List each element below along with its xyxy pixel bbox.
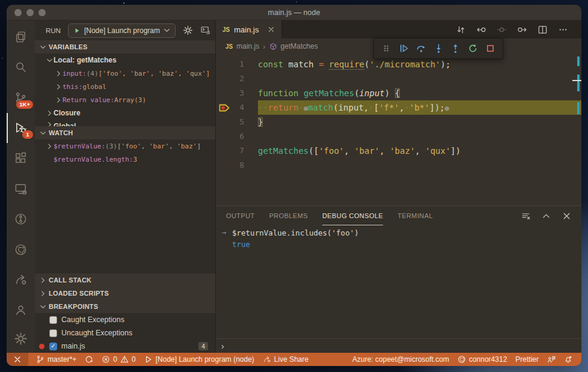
panel-tab-problems[interactable]: PROBLEMS <box>269 206 308 225</box>
start-debug-icon[interactable] <box>74 28 80 34</box>
run-bar: RUN [Node] Launch program <box>35 20 215 40</box>
variables-tree: Local: getMatchesinput: (4) ['foo', 'bar… <box>35 53 215 126</box>
debug-console-icon[interactable] <box>200 25 210 35</box>
activity-item-accounts[interactable] <box>7 295 35 324</box>
breadcrumb-symbol[interactable]: getMatches <box>281 42 318 50</box>
breakpoint-row[interactable]: Caught Exceptions <box>35 313 215 326</box>
tab-main-js[interactable]: JS main.js <box>216 20 282 38</box>
activity-item-source-control[interactable]: 1K+ <box>7 82 35 113</box>
debug-console-input[interactable]: › <box>216 338 581 353</box>
breakpoints-section-header[interactable]: BREAKPOINTS <box>35 300 215 313</box>
watch-section-header[interactable]: WATCH <box>35 126 215 139</box>
variable-row[interactable]: Local: getMatches <box>35 53 215 67</box>
split-editor-icon[interactable] <box>537 25 548 35</box>
live-share-icon <box>14 273 28 287</box>
status-bar: master*+00[Node] Launch program (node)Li… <box>7 353 581 366</box>
close-tab-icon[interactable] <box>268 26 275 33</box>
line-gutter[interactable]: 7 <box>216 144 258 158</box>
more-icon[interactable] <box>558 25 568 35</box>
overview-ruler-mark <box>577 56 580 66</box>
variable-row[interactable]: Global <box>35 120 215 126</box>
status-item-feedback[interactable] <box>543 353 560 366</box>
line-gutter[interactable]: 4 <box>216 100 258 115</box>
title-bar[interactable]: main.js — node <box>7 5 581 20</box>
git-branch-icon <box>36 355 44 364</box>
status-item-text: Live Share <box>274 355 308 364</box>
line-content <box>258 129 581 144</box>
chevron-up-icon[interactable] <box>542 212 551 221</box>
status-item-git-branch[interactable]: master*+ <box>32 353 81 366</box>
status-item-remote-indicator[interactable] <box>7 353 28 366</box>
line-gutter[interactable]: 3 <box>216 86 258 100</box>
step-over-button[interactable] <box>416 43 426 53</box>
compare-changes-icon[interactable] <box>456 25 466 35</box>
activity-item-github[interactable] <box>7 234 35 265</box>
status-item-live-share[interactable]: Live Share <box>259 353 313 366</box>
code-editor[interactable]: 1const match = require('./micromatch');2… <box>216 54 581 206</box>
close-window-button[interactable] <box>14 9 22 16</box>
activity-item-run-and-debug[interactable]: 1 <box>7 113 35 144</box>
status-item-debug-launch[interactable]: [Node] Launch program (node) <box>140 353 259 366</box>
line-gutter[interactable]: 2 <box>216 72 258 86</box>
activity-item-settings[interactable] <box>7 324 35 353</box>
status-item-text: master*+ <box>47 355 76 364</box>
checkbox-unchecked[interactable] <box>49 316 57 324</box>
launch-config-dropdown[interactable]: [Node] Launch program <box>68 23 176 38</box>
zoom-window-button[interactable] <box>38 9 46 16</box>
sidebar-spacer <box>35 166 215 273</box>
variables-section-header[interactable]: VARIABLES <box>35 40 215 53</box>
activity-item-gitlens[interactable] <box>7 204 35 234</box>
next-change-icon[interactable] <box>517 25 527 35</box>
variable-row[interactable]: Return value: Array(3) <box>35 93 215 106</box>
line-gutter[interactable]: 6 <box>216 129 258 144</box>
settings-gear-icon[interactable] <box>183 25 193 35</box>
close-icon[interactable] <box>562 212 571 221</box>
chevron-right-icon <box>39 291 46 296</box>
clear-console-icon[interactable] <box>521 212 530 221</box>
breakpoint-row[interactable]: ✓main.js4 <box>35 340 215 353</box>
panel-tab-terminal[interactable]: TERMINAL <box>397 206 433 225</box>
variable-row[interactable]: input: (4) ['foo', 'bar', 'baz', 'qux'] <box>35 67 215 80</box>
breakpoint-dot-icon <box>39 344 44 349</box>
checkbox-checked[interactable]: ✓ <box>49 343 57 350</box>
status-item-problems[interactable]: 00 <box>97 353 139 366</box>
panel-tab-debug-console[interactable]: DEBUG CONSOLE <box>322 206 383 225</box>
scrollbar-slider[interactable] <box>572 80 581 81</box>
activity-item-search[interactable] <box>7 52 35 83</box>
variable-row[interactable]: this: global <box>35 80 215 93</box>
checkbox-unchecked[interactable] <box>49 329 57 337</box>
status-item-sync[interactable] <box>81 353 97 366</box>
step-into-button[interactable] <box>433 43 444 53</box>
status-item-azure-account[interactable]: Azure: copeet@microsoft.com <box>348 353 453 366</box>
call-stack-section-header[interactable]: CALL STACK <box>35 273 215 287</box>
stop-button[interactable] <box>485 43 495 53</box>
loaded-scripts-section-header[interactable]: LOADED SCRIPTS <box>35 287 215 300</box>
breadcrumb-file[interactable]: main.js <box>236 42 259 50</box>
watch-expression-row[interactable]: $returnValue: (3) ['foo', 'bar', 'baz'] <box>35 139 215 153</box>
restart-button[interactable] <box>468 43 478 53</box>
activity-item-extensions[interactable] <box>7 143 35 174</box>
line-gutter[interactable]: 8 <box>216 158 258 172</box>
line-gutter[interactable]: 5 <box>216 115 258 129</box>
chevron-right-icon <box>45 144 54 149</box>
variable-row[interactable]: Closure <box>35 106 215 120</box>
current-change-icon[interactable] <box>497 25 507 35</box>
status-item-notifications[interactable] <box>560 353 577 366</box>
chevron-right-icon <box>54 84 63 90</box>
activity-item-remote-explorer[interactable] <box>7 174 35 204</box>
activity-item-explorer[interactable] <box>7 22 35 52</box>
previous-change-icon[interactable] <box>476 25 486 35</box>
status-item-github-account[interactable]: connor4312 <box>453 353 511 366</box>
watch-expression-row[interactable]: $returnValue.length: 3 <box>35 153 215 166</box>
breakpoint-row[interactable]: Uncaught Exceptions <box>35 326 215 340</box>
minimize-window-button[interactable] <box>26 9 34 16</box>
line-content <box>258 72 581 86</box>
status-item-prettier[interactable]: Prettier <box>511 353 543 366</box>
step-out-button[interactable] <box>450 43 461 53</box>
line-gutter[interactable]: 1 <box>216 57 258 72</box>
activity-item-live-share[interactable] <box>7 265 35 296</box>
debug-console-output[interactable]: → $returnValue.includes('foo') true <box>216 225 581 338</box>
continue-button[interactable] <box>399 43 409 53</box>
panel-tab-output[interactable]: OUTPUT <box>226 206 255 225</box>
accounts-icon <box>14 303 28 317</box>
